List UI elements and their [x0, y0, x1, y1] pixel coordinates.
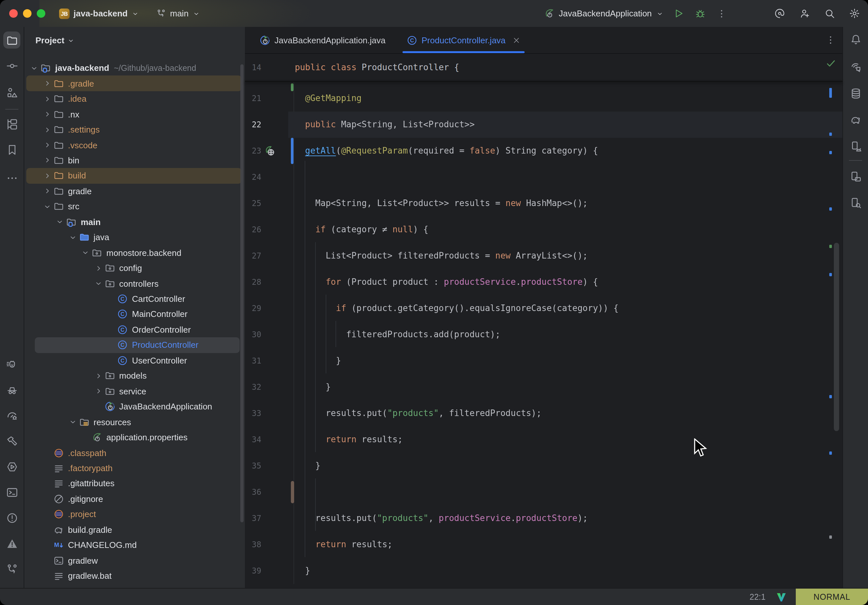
- chevron-right-icon[interactable]: [93, 371, 103, 381]
- add-user-icon[interactable]: [799, 8, 810, 19]
- tree-item-.settings[interactable]: .settings: [24, 122, 245, 138]
- more-actions-icon[interactable]: [716, 8, 727, 19]
- line-number[interactable]: 37: [245, 505, 292, 532]
- tree-item-service[interactable]: service: [24, 384, 245, 399]
- close-icon[interactable]: [512, 36, 521, 44]
- chevron-right-icon[interactable]: [42, 79, 51, 88]
- chevron-spacer[interactable]: [93, 402, 103, 411]
- chevron-down-icon[interactable]: [55, 218, 64, 227]
- code-line-26[interactable]: 26 if (category ≠ null) {: [245, 217, 842, 243]
- chevron-spacer[interactable]: [42, 540, 51, 549]
- tree-item-CartController[interactable]: CCartController: [24, 291, 245, 307]
- code-line-32[interactable]: 32 }: [245, 374, 842, 400]
- tree-item-config[interactable]: config: [24, 260, 245, 276]
- chevron-right-icon[interactable]: [42, 141, 51, 150]
- hierarchy-icon[interactable]: [3, 116, 20, 133]
- build-icon[interactable]: [3, 432, 20, 449]
- chevron-spacer[interactable]: [106, 294, 116, 303]
- line-number[interactable]: 36: [245, 479, 292, 505]
- line-number[interactable]: 33: [245, 400, 292, 427]
- tree-item-application.properties[interactable]: application.properties: [24, 430, 245, 445]
- device-manager-icon[interactable]: [847, 138, 864, 155]
- caret-position[interactable]: 22:1: [750, 592, 766, 601]
- tree-item-OrderController[interactable]: COrderController: [24, 322, 245, 337]
- tree-item-build.gradle[interactable]: build.gradle: [24, 522, 245, 537]
- stripe-mark[interactable]: [829, 273, 832, 276]
- tree-item-gradlew[interactable]: gradlew: [24, 553, 245, 568]
- line-number[interactable]: 31: [245, 348, 292, 374]
- tab-options-icon[interactable]: [825, 35, 836, 45]
- tree-item-ProductController[interactable]: CProductController: [24, 337, 245, 353]
- logcat-icon[interactable]: [3, 356, 20, 373]
- notifications-icon[interactable]: [847, 31, 864, 48]
- zoom-window-button[interactable]: [37, 9, 45, 18]
- search-icon[interactable]: [824, 8, 835, 19]
- editor-scrollbar[interactable]: [834, 243, 839, 431]
- line-number[interactable]: 26: [245, 217, 292, 243]
- tree-item-.project[interactable]: .project: [24, 507, 245, 522]
- device-explorer-icon[interactable]: [847, 194, 864, 211]
- code-line-34[interactable]: 34 return results;: [245, 427, 842, 453]
- code-line-39[interactable]: 39 }: [245, 558, 842, 584]
- code-area[interactable]: 14public class ProductController {21 @Ge…: [245, 54, 842, 588]
- profiler-icon[interactable]: [3, 407, 20, 424]
- code-line-37[interactable]: 37 results.put("products", productServic…: [245, 505, 842, 532]
- bookmarks-icon[interactable]: [3, 141, 20, 158]
- tree-item-java[interactable]: java: [24, 230, 245, 245]
- gradle-icon[interactable]: [847, 111, 864, 128]
- tree-item-.classpath[interactable]: .classpath: [24, 445, 245, 461]
- code-line-36[interactable]: 36: [245, 479, 842, 505]
- database-icon[interactable]: [847, 85, 864, 102]
- tab-JavaBackendApplication.java[interactable]: JavaBackendApplication.java: [253, 27, 392, 53]
- chevron-spacer[interactable]: [106, 340, 116, 350]
- code-line-14[interactable]: 14public class ProductController {: [245, 54, 842, 81]
- branch-widget[interactable]: main: [156, 0, 200, 27]
- chevron-spacer[interactable]: [42, 448, 51, 457]
- tree-item-java-backend[interactable]: java-backend~/Github/java-backend: [24, 60, 245, 76]
- stripe-mark[interactable]: [829, 395, 832, 398]
- app-quality-insights-icon[interactable]: [3, 535, 20, 552]
- line-number[interactable]: 35: [245, 453, 292, 479]
- project-panel-header[interactable]: Project: [36, 36, 75, 45]
- version-control-icon[interactable]: [3, 560, 20, 577]
- line-number[interactable]: 39: [245, 558, 292, 584]
- line-number[interactable]: 14: [245, 54, 292, 81]
- endpoint-globe-icon[interactable]: [264, 145, 276, 157]
- tree-item-.gradle[interactable]: .gradle: [24, 76, 245, 91]
- tree-item-.idea[interactable]: .idea: [24, 91, 245, 107]
- line-number[interactable]: 29: [245, 295, 292, 322]
- chevron-right-icon[interactable]: [42, 110, 51, 119]
- code-line-25[interactable]: 25 Map<String, List<Product>> results = …: [245, 190, 842, 217]
- chevron-right-icon[interactable]: [93, 263, 103, 272]
- chevron-spacer[interactable]: [106, 325, 116, 334]
- ideavim-icon[interactable]: [776, 591, 787, 602]
- settings-icon[interactable]: [849, 8, 860, 19]
- problems-icon[interactable]: [3, 509, 20, 526]
- chevron-down-icon[interactable]: [81, 248, 90, 257]
- line-number[interactable]: 22: [245, 111, 292, 138]
- chevron-spacer[interactable]: [42, 479, 51, 488]
- stripe-mark[interactable]: [829, 88, 832, 98]
- app-inspection-icon[interactable]: [3, 381, 20, 398]
- services-icon[interactable]: [3, 458, 20, 475]
- tree-item-JavaBackendApplication[interactable]: JavaBackendApplication: [24, 399, 245, 415]
- tree-item-main[interactable]: main: [24, 214, 245, 230]
- chevron-spacer[interactable]: [42, 525, 51, 534]
- chevron-right-icon[interactable]: [42, 171, 51, 181]
- chevron-down-icon[interactable]: [68, 233, 77, 242]
- tree-item-gradlew.bat[interactable]: gradlew.bat: [24, 568, 245, 584]
- tree-item-models[interactable]: models: [24, 368, 245, 384]
- chevron-spacer[interactable]: [42, 510, 51, 519]
- chevron-down-icon[interactable]: [29, 63, 39, 73]
- stripe-mark[interactable]: [829, 207, 832, 210]
- chevron-right-icon[interactable]: [93, 387, 103, 396]
- line-number[interactable]: 25: [245, 190, 292, 217]
- chevron-spacer[interactable]: [106, 356, 116, 365]
- tree-item-resources[interactable]: resources: [24, 415, 245, 430]
- gemini-chat-icon[interactable]: [847, 59, 864, 76]
- code-line-38[interactable]: 38 return results;: [245, 532, 842, 558]
- code-line-30[interactable]: 30 filteredProducts.add(product);: [245, 322, 842, 348]
- run-button[interactable]: [673, 8, 684, 19]
- chevron-spacer[interactable]: [42, 571, 51, 580]
- running-devices-icon[interactable]: [847, 168, 864, 185]
